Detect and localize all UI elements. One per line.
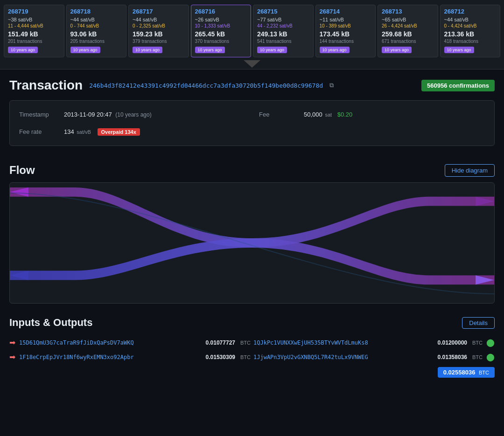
details-button[interactable]: Details bbox=[462, 317, 495, 329]
total-badge: 0.02558036 BTC bbox=[438, 367, 495, 378]
timestamp-ago: (10 years ago) bbox=[115, 111, 151, 118]
block-fee-main: ~44 sat/vB bbox=[444, 17, 497, 22]
block-size: 173.45 kB bbox=[320, 30, 372, 38]
hide-diagram-button[interactable]: Hide diagram bbox=[445, 164, 495, 177]
output-address-2[interactable]: 1JjwAPn3VpU2vGXNBQ5L7R42tuLx9VNWEG bbox=[253, 354, 434, 360]
block-fee-range: 11 - 4,444 sat/vB bbox=[8, 23, 60, 28]
output-address-1[interactable]: 1QJkPc1VUNXXwEjUH535BTYvWVTdLmuKs8 bbox=[253, 339, 434, 346]
timestamp-date: 2013-11-09 20:47 bbox=[64, 111, 112, 118]
block-card-268713[interactable]: 268713 ~65 sat/vB 26 - 4,424 sat/vB 259.… bbox=[378, 5, 438, 57]
input-address-2[interactable]: 1F18eCrpEpJVr18Nf6wyRxEMN3xo92Apbr bbox=[19, 354, 202, 360]
block-fee-range: 10 - 389 sat/vB bbox=[320, 23, 372, 28]
block-num: 268712 bbox=[444, 8, 497, 15]
outputs-column: 1QJkPc1VUNXXwEjUH535BTYvWVTdLmuKs8 0.012… bbox=[253, 335, 495, 381]
flow-section: Flow Hide diagram bbox=[0, 155, 504, 308]
block-fee-main: ~11 sat/vB bbox=[320, 17, 372, 22]
block-num: 268719 bbox=[8, 8, 60, 15]
block-card-268712[interactable]: 268712 ~44 sat/vB 0 - 4,424 sat/vB 213.3… bbox=[440, 5, 501, 57]
tx-header: Transaction 246b4d3f82412e43391c4992fd04… bbox=[9, 78, 495, 93]
io-header: Inputs & Outputs Details bbox=[9, 317, 495, 329]
block-card-268715[interactable]: 268715 ~77 sat/vB 44 - 2,232 sat/vB 249.… bbox=[253, 5, 314, 57]
confirmations-badge: 560956 confirmations bbox=[421, 80, 495, 91]
block-fee-main: ~38 sat/vB bbox=[8, 17, 60, 22]
block-age: 10 years ago bbox=[8, 47, 38, 53]
block-fee-range: 0 - 4,424 sat/vB bbox=[444, 23, 497, 28]
block-card-268717[interactable]: 268717 ~44 sat/vB 0 - 2,325 sat/vB 159.2… bbox=[128, 5, 189, 57]
block-txcount: 370 transactions bbox=[195, 39, 247, 44]
fee-rate-amount: 134 bbox=[64, 128, 74, 135]
block-age: 10 years ago bbox=[257, 47, 287, 53]
block-fee-main: ~26 sat/vB bbox=[195, 17, 247, 22]
block-num: 268717 bbox=[133, 8, 185, 15]
tx-title: Transaction bbox=[9, 78, 83, 93]
fee-rate-row: Fee rate 134 sat/vB Overpaid 134x bbox=[19, 125, 245, 138]
fee-value: 50,000 sat $0.20 bbox=[304, 111, 352, 118]
block-num: 268714 bbox=[320, 8, 372, 15]
fee-row: Fee 50,000 sat $0.20 bbox=[259, 108, 485, 121]
block-num: 268718 bbox=[70, 8, 123, 15]
input-address-1[interactable]: 15D61QmU3G7caTraR9fJiDxQaPsDV7aWKQ bbox=[19, 339, 202, 346]
timestamp-row: Timestamp 2013-11-09 20:47 (10 years ago… bbox=[19, 108, 245, 121]
block-age: 10 years ago bbox=[70, 47, 100, 53]
block-card-268719[interactable]: 268719 ~38 sat/vB 11 - 4,444 sat/vB 151.… bbox=[4, 5, 64, 57]
block-fee-range: 26 - 4,424 sat/vB bbox=[382, 23, 434, 28]
block-age: 10 years ago bbox=[444, 47, 474, 53]
block-size: 249.13 kB bbox=[257, 30, 309, 38]
block-fee-main: ~77 sat/vB bbox=[257, 17, 309, 22]
output-row-2: 1JjwAPn3VpU2vGXNBQ5L7R42tuLx9VNWEG 0.013… bbox=[253, 350, 495, 364]
arrow-down-container bbox=[0, 57, 504, 69]
input-unit-2: BTC bbox=[240, 354, 251, 360]
block-num: 268716 bbox=[195, 8, 247, 15]
block-age: 10 years ago bbox=[320, 47, 350, 53]
input-amount-1: 0.01077727 bbox=[206, 339, 235, 346]
block-age: 10 years ago bbox=[195, 47, 225, 53]
flow-diagram bbox=[9, 182, 495, 304]
output-unit-2: BTC bbox=[472, 354, 483, 360]
block-size: 259.68 kB bbox=[382, 30, 434, 38]
arrow-down-icon bbox=[244, 60, 260, 68]
fee-label: Fee bbox=[259, 111, 296, 118]
io-title: Inputs & Outputs bbox=[9, 317, 92, 329]
total-unit: BTC bbox=[479, 370, 489, 375]
block-age: 10 years ago bbox=[133, 47, 162, 53]
input-arrow-icon-2: ➡ bbox=[9, 353, 15, 361]
fee-sat-unit: sat bbox=[325, 112, 332, 118]
output-unit-1: BTC bbox=[472, 340, 483, 346]
input-row-1: ➡ 15D61QmU3G7caTraR9fJiDxQaPsDV7aWKQ 0.0… bbox=[9, 335, 251, 350]
block-size: 151.49 kB bbox=[8, 30, 60, 38]
flow-svg bbox=[10, 183, 494, 303]
fee-rate-unit: sat/vB bbox=[77, 129, 91, 135]
output-amount-1: 0.01200000 bbox=[438, 339, 467, 346]
transaction-section: Transaction 246b4d3f82412e43391c4992fd04… bbox=[0, 69, 504, 155]
block-txcount: 418 transactions bbox=[444, 39, 497, 44]
io-section: Inputs & Outputs Details ➡ 15D61QmU3G7ca… bbox=[0, 308, 504, 390]
block-card-268714[interactable]: 268714 ~11 sat/vB 10 - 389 sat/vB 173.45… bbox=[315, 5, 376, 57]
tx-details-box: Timestamp 2013-11-09 20:47 (10 years ago… bbox=[9, 100, 495, 146]
input-arrow-icon-1: ➡ bbox=[9, 338, 15, 347]
total-row: 0.02558036 BTC bbox=[253, 364, 495, 381]
block-card-268716[interactable]: 268716 ~26 sat/vB 10 - 1,333 sat/vB 265.… bbox=[191, 5, 252, 57]
block-txcount: 671 transactions bbox=[382, 39, 434, 44]
block-txcount: 541 transactions bbox=[257, 39, 309, 44]
copy-icon[interactable]: ⧉ bbox=[329, 82, 334, 89]
blocks-carousel: 268719 ~38 sat/vB 11 - 4,444 sat/vB 151.… bbox=[0, 0, 504, 57]
block-fee-range: 10 - 1,333 sat/vB bbox=[195, 23, 247, 28]
output-arrow-icon-1: ⬤ bbox=[486, 338, 495, 347]
block-txcount: 205 transactions bbox=[70, 39, 123, 44]
flow-header: Flow Hide diagram bbox=[9, 164, 495, 177]
block-num: 268713 bbox=[382, 8, 434, 15]
inputs-column: ➡ 15D61QmU3G7caTraR9fJiDxQaPsDV7aWKQ 0.0… bbox=[9, 335, 251, 381]
block-txcount: 144 transactions bbox=[320, 39, 372, 44]
io-grid: ➡ 15D61QmU3G7caTraR9fJiDxQaPsDV7aWKQ 0.0… bbox=[9, 335, 495, 381]
block-card-268718[interactable]: 268718 ~44 sat/vB 0 - 744 sat/vB 93.06 k… bbox=[66, 5, 127, 57]
overpaid-badge: Overpaid 134x bbox=[98, 128, 140, 136]
block-num: 268715 bbox=[257, 8, 309, 15]
block-fee-range: 0 - 2,325 sat/vB bbox=[133, 23, 185, 28]
tx-hash[interactable]: 246b4d3f82412e43391c4992fd04466dcc7a3dfa… bbox=[89, 82, 323, 89]
timestamp-value: 2013-11-09 20:47 (10 years ago) bbox=[64, 111, 152, 118]
total-amount: 0.02558036 bbox=[443, 369, 476, 376]
block-size: 93.06 kB bbox=[70, 30, 123, 38]
flow-title: Flow bbox=[9, 164, 35, 177]
block-fee-main: ~44 sat/vB bbox=[133, 17, 185, 22]
output-amount-2: 0.01358036 bbox=[438, 354, 467, 360]
